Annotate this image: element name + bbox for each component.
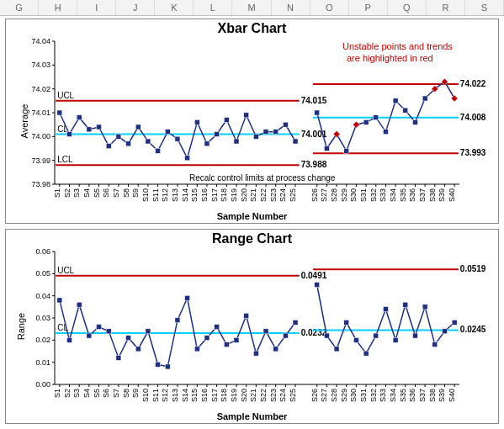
svg-rect-269 xyxy=(234,337,239,342)
svg-text:S23: S23 xyxy=(269,389,278,402)
svg-text:S35: S35 xyxy=(399,389,407,402)
svg-text:S6: S6 xyxy=(102,188,110,198)
svg-text:0.04: 0.04 xyxy=(35,292,50,300)
svg-text:S18: S18 xyxy=(220,389,228,402)
svg-text:S9: S9 xyxy=(131,188,140,198)
svg-rect-270 xyxy=(244,313,249,318)
svg-rect-274 xyxy=(283,333,288,338)
col-header-L: L xyxy=(194,0,232,15)
col-header-O: O xyxy=(310,0,349,15)
svg-text:S1: S1 xyxy=(53,389,61,398)
svg-text:S32: S32 xyxy=(369,389,378,402)
svg-rect-132 xyxy=(283,122,288,127)
col-header-J: J xyxy=(116,0,155,15)
svg-text:are highlighted in red: are highlighted in red xyxy=(347,53,433,63)
xbar-chart: Xbar Chart Average Sample Number 73.9873… xyxy=(5,19,499,224)
svg-text:S8: S8 xyxy=(122,188,130,198)
svg-rect-136 xyxy=(344,148,349,153)
svg-text:S2: S2 xyxy=(63,188,72,198)
svg-rect-125 xyxy=(215,132,220,137)
svg-text:UCL: UCL xyxy=(57,266,74,275)
svg-rect-284 xyxy=(393,337,398,342)
spreadsheet-column-headers: GHIJKLMNOPQRS xyxy=(0,0,504,16)
svg-text:S36: S36 xyxy=(408,188,416,202)
svg-text:73.98: 73.98 xyxy=(31,180,50,188)
range-plot: 0.000.010.020.030.040.050.06S1S2S3S4S5S6… xyxy=(6,230,498,423)
svg-text:74.03: 74.03 xyxy=(31,61,50,69)
svg-rect-128 xyxy=(244,113,249,118)
svg-rect-257 xyxy=(116,355,121,360)
svg-rect-268 xyxy=(224,342,229,347)
svg-text:S17: S17 xyxy=(210,389,219,402)
svg-text:S22: S22 xyxy=(259,188,268,202)
svg-text:S1: S1 xyxy=(53,188,61,198)
svg-rect-110 xyxy=(67,132,72,137)
svg-text:S24: S24 xyxy=(279,188,287,202)
svg-text:S39: S39 xyxy=(438,188,446,202)
svg-text:0.02: 0.02 xyxy=(35,336,50,344)
svg-text:S29: S29 xyxy=(340,188,348,202)
svg-rect-120 xyxy=(165,130,170,135)
svg-text:S20: S20 xyxy=(240,389,248,402)
svg-rect-288 xyxy=(432,342,438,347)
svg-rect-263 xyxy=(175,318,180,323)
svg-text:S33: S33 xyxy=(379,389,387,402)
svg-rect-111 xyxy=(77,115,82,120)
svg-rect-127 xyxy=(234,139,239,144)
col-header-I: I xyxy=(77,0,116,15)
svg-text:S5: S5 xyxy=(93,389,101,398)
svg-text:S31: S31 xyxy=(359,389,368,402)
svg-text:S38: S38 xyxy=(428,188,437,202)
svg-text:S34: S34 xyxy=(389,389,397,402)
svg-rect-281 xyxy=(363,351,369,356)
svg-rect-261 xyxy=(156,362,161,367)
svg-text:74.00: 74.00 xyxy=(31,132,50,140)
svg-rect-259 xyxy=(135,347,141,352)
svg-rect-118 xyxy=(146,139,151,144)
svg-text:0.0519: 0.0519 xyxy=(460,264,486,273)
svg-text:S16: S16 xyxy=(200,389,209,402)
col-header-P: P xyxy=(349,0,388,15)
svg-rect-129 xyxy=(253,134,258,139)
svg-text:S9: S9 xyxy=(131,389,140,398)
svg-rect-289 xyxy=(442,329,447,334)
svg-text:S13: S13 xyxy=(171,389,179,402)
svg-rect-267 xyxy=(215,325,220,330)
svg-text:S26: S26 xyxy=(310,389,319,402)
svg-text:S8: S8 xyxy=(122,389,130,398)
svg-text:S12: S12 xyxy=(161,188,169,202)
svg-rect-112 xyxy=(87,127,92,132)
svg-text:S21: S21 xyxy=(249,188,257,202)
svg-rect-262 xyxy=(165,364,170,369)
svg-text:0.05: 0.05 xyxy=(35,269,50,278)
svg-text:73.99: 73.99 xyxy=(31,156,50,165)
col-header-Q: Q xyxy=(388,0,427,15)
svg-text:S29: S29 xyxy=(340,389,348,402)
svg-text:S18: S18 xyxy=(220,188,228,202)
svg-text:74.02: 74.02 xyxy=(31,85,50,93)
svg-text:S10: S10 xyxy=(141,389,150,402)
svg-text:S13: S13 xyxy=(171,188,179,202)
svg-rect-135 xyxy=(324,146,329,151)
col-header-R: R xyxy=(427,0,465,15)
svg-text:S12: S12 xyxy=(161,389,169,402)
svg-text:S21: S21 xyxy=(249,389,257,402)
svg-text:S34: S34 xyxy=(389,188,397,202)
svg-rect-109 xyxy=(57,110,62,115)
svg-text:S3: S3 xyxy=(72,389,81,398)
svg-text:74.04: 74.04 xyxy=(31,37,50,45)
svg-rect-276 xyxy=(315,283,320,288)
svg-text:S15: S15 xyxy=(190,389,199,402)
svg-text:LCL: LCL xyxy=(57,155,73,164)
svg-rect-117 xyxy=(135,124,141,130)
svg-rect-266 xyxy=(204,336,210,341)
svg-rect-130 xyxy=(263,130,268,135)
svg-rect-271 xyxy=(253,351,258,356)
svg-rect-138 xyxy=(374,115,379,120)
svg-rect-286 xyxy=(412,333,417,338)
svg-text:S28: S28 xyxy=(330,188,338,202)
svg-rect-258 xyxy=(126,336,131,341)
svg-rect-265 xyxy=(194,347,199,352)
svg-text:S23: S23 xyxy=(269,188,278,202)
svg-text:S20: S20 xyxy=(240,188,248,202)
